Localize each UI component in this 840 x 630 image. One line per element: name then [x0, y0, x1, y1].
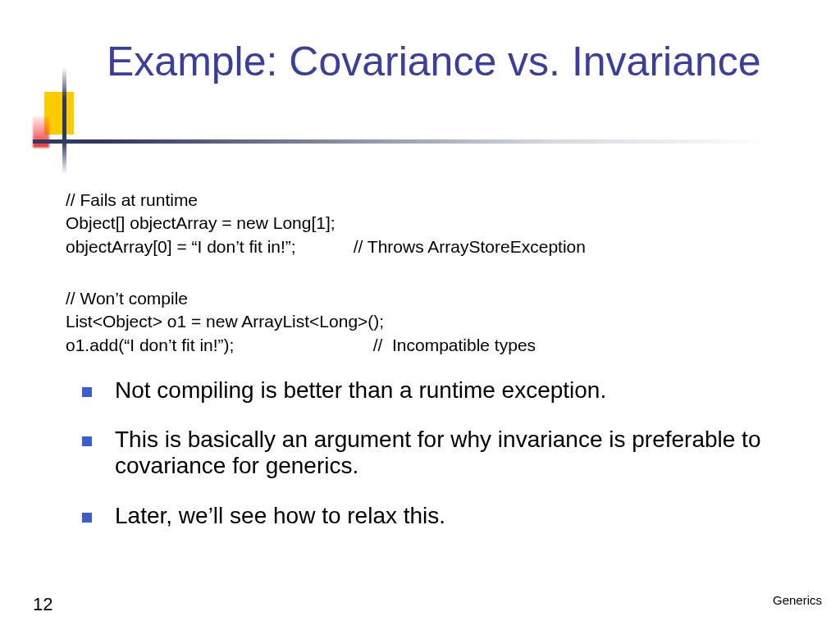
bullet-text: Not compiling is better than a runtime e… — [115, 377, 606, 404]
slide-title: Example: Covariance vs. Invariance — [107, 39, 761, 84]
bullet-item: This is basically an argument for why in… — [82, 427, 788, 479]
bullet-icon — [82, 513, 92, 523]
bullet-list: Not compiling is better than a runtime e… — [82, 377, 788, 552]
bullet-icon — [82, 387, 92, 397]
bullet-text: Later, we’ll see how to relax this. — [115, 503, 445, 529]
logo-horizontal-bar — [33, 139, 771, 144]
bullet-text: This is basically an argument for why in… — [115, 427, 788, 479]
code-sample-compile: // Won’t compile List<Object> o1 = new A… — [66, 287, 536, 357]
bullet-item: Later, we’ll see how to relax this. — [82, 503, 788, 529]
slide-logo — [33, 92, 90, 158]
code-sample-runtime: // Fails at runtime Object[] objectArray… — [66, 189, 586, 258]
logo-vertical-bar — [62, 67, 66, 174]
bullet-icon — [82, 436, 92, 446]
page-number: 12 — [33, 594, 52, 615]
bullet-item: Not compiling is better than a runtime e… — [82, 377, 788, 404]
footer-label: Generics — [773, 593, 822, 607]
